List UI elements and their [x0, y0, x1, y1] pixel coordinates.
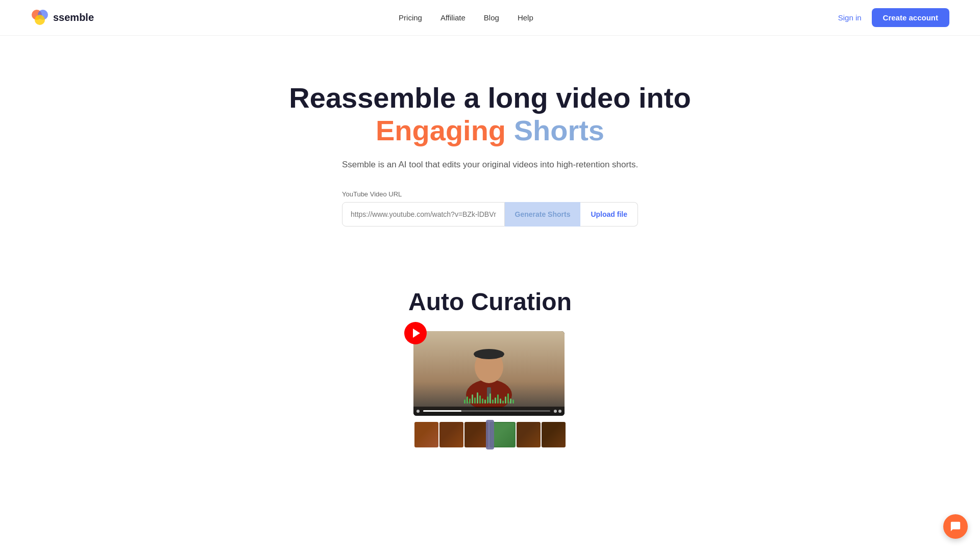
thumbnail-strip	[414, 422, 566, 447]
wave-bar	[495, 397, 496, 404]
nav-affiliate[interactable]: Affiliate	[440, 13, 465, 22]
youtube-play-icon	[413, 329, 420, 338]
url-section: YouTube Video URL Generate Shorts Upload…	[10, 190, 970, 227]
wave-bar	[510, 398, 511, 404]
hero-title: Reassemble a long video into Engaging Sh…	[10, 82, 970, 147]
hero-engaging: Engaging	[376, 114, 506, 146]
logo[interactable]: ssemble	[31, 9, 94, 27]
wave-bar	[497, 394, 499, 404]
svg-rect-6	[475, 353, 503, 357]
url-label: YouTube Video URL	[342, 190, 402, 198]
auto-curation-title: Auto Curation	[10, 288, 970, 316]
url-input-row: Generate Shorts Upload file	[342, 202, 638, 227]
youtube-badge[interactable]	[404, 322, 427, 344]
video-frame	[413, 331, 565, 416]
wave-bar	[492, 399, 494, 404]
sign-in-button[interactable]: Sign in	[838, 13, 862, 22]
youtube-url-input[interactable]	[342, 202, 505, 227]
hero-subtitle: Ssemble is an AI tool that edits your or…	[10, 160, 970, 170]
hero-title-line1: Reassemble a long video into	[10, 82, 970, 114]
wave-bar	[487, 396, 488, 404]
progress-bar	[423, 410, 550, 412]
thumbnail-2	[439, 422, 463, 447]
svg-point-2	[35, 15, 45, 25]
wave-bar	[472, 394, 473, 404]
wave-bar	[500, 398, 501, 404]
thumbnail-6	[542, 422, 566, 447]
wave-bar	[464, 399, 465, 404]
wave-bar	[482, 398, 483, 404]
wave-bar	[512, 399, 514, 404]
video-controls	[413, 407, 565, 416]
control-dot-3	[558, 410, 561, 413]
thumbnail-5	[517, 422, 541, 447]
logo-text: ssemble	[53, 12, 94, 23]
progress-bar-fill	[423, 410, 461, 412]
video-person	[413, 331, 565, 416]
wave-bar	[479, 395, 481, 404]
upload-file-button[interactable]: Upload file	[580, 202, 638, 227]
play-dot	[416, 410, 420, 413]
url-input-wrapper: YouTube Video URL Generate Shorts Upload…	[342, 190, 638, 227]
thumbnail-1	[414, 422, 438, 447]
nav-pricing[interactable]: Pricing	[399, 13, 422, 22]
wave-bar	[507, 393, 509, 404]
navbar: ssemble Pricing Affiliate Blog Help Sign…	[0, 0, 980, 36]
hero-shorts: Shorts	[514, 114, 604, 146]
wave-bar	[467, 396, 468, 404]
thumbnail-3	[464, 422, 488, 447]
nav-blog[interactable]: Blog	[484, 13, 499, 22]
hero-title-line2: Engaging Shorts	[10, 114, 970, 147]
auto-curation-section: Auto Curation	[0, 257, 980, 458]
wave-bar	[484, 399, 486, 404]
wave-bar	[469, 398, 471, 404]
wave-bar	[505, 396, 506, 404]
hero-section: Reassemble a long video into Engaging Sh…	[0, 36, 980, 257]
waveform	[413, 388, 565, 404]
logo-icon	[31, 9, 49, 27]
wave-bar	[502, 400, 504, 404]
control-dot-2	[554, 410, 557, 413]
wave-bar	[489, 393, 491, 404]
nav-actions: Sign in Create account	[838, 8, 949, 27]
thumbnail-handle[interactable]	[486, 420, 494, 449]
wave-bar	[477, 392, 478, 404]
create-account-button[interactable]: Create account	[872, 8, 949, 27]
video-container	[413, 331, 567, 447]
nav-links: Pricing Affiliate Blog Help	[399, 13, 533, 22]
nav-help[interactable]: Help	[518, 13, 533, 22]
generate-shorts-button[interactable]: Generate Shorts	[505, 202, 581, 227]
wave-bar	[474, 397, 476, 404]
